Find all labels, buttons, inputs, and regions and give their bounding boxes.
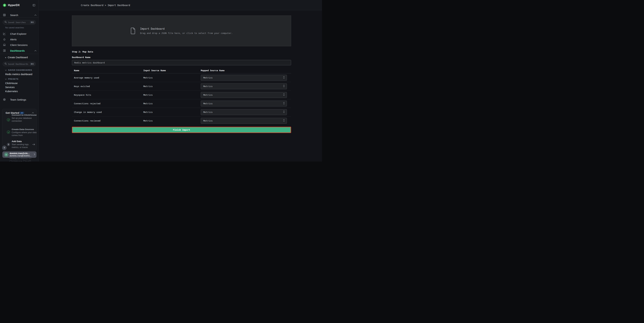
saved-dashboards-section-header[interactable]: SAVED DASHBOARDS [5, 69, 32, 71]
table-row: Connections recievedMetricsMetrics [72, 116, 291, 125]
saved-dashboards-input[interactable]: Saved Dashboards ⌘K [3, 62, 36, 66]
check-circle-icon [7, 118, 10, 121]
sidebar-section-search[interactable]: Search [3, 14, 36, 16]
journal-icon [3, 14, 6, 16]
table-header-row: Name Input Source Name Mapped Source Nam… [72, 68, 291, 73]
shortcut-badge: ⌘K [30, 63, 34, 65]
cell-input-source: Metrics [143, 76, 201, 79]
select-chevrons-icon [283, 93, 285, 96]
dropzone-subtitle: Drag and drop a JSON file here, or click… [140, 32, 233, 34]
cell-name: Keyspace hits [72, 94, 143, 96]
sidebar-item-team-settings[interactable]: Team Settings [3, 98, 36, 101]
table-row: Change in memory usedMetricsMetrics [72, 108, 291, 116]
dropzone-text: Import Dashboard Drag and drop a JSON fi… [140, 27, 233, 34]
nav-label-active: Dashboards [10, 49, 25, 52]
column-header-name: Name [72, 69, 143, 72]
section-header-label: SAVED DASHBOARDS [8, 69, 32, 71]
cell-input-source: Metrics [143, 102, 201, 105]
table-body: Average memory usedMetricsMetricsKeys ev… [72, 73, 291, 125]
help-button[interactable]: ? [2, 145, 6, 150]
source-mapping-table: Name Input Source Name Mapped Source Nam… [72, 68, 291, 125]
mapped-source-select[interactable]: Metrics [201, 101, 287, 106]
dropzone-title: Import Dashboard [140, 27, 233, 30]
shortcut-badge: ⌘K [30, 21, 34, 24]
mapped-source-value: Metrics [203, 102, 212, 105]
dashboard-name-input[interactable]: Redis metrics dashboard [72, 60, 291, 65]
collapse-sidebar-icon[interactable] [32, 4, 35, 6]
divider [0, 17, 39, 18]
mapped-source-select[interactable]: Metrics [201, 75, 287, 81]
finish-import-button[interactable]: Finish Import [72, 127, 291, 133]
cell-name: Connections rejected [72, 102, 143, 105]
mapped-source-select[interactable]: Metrics [201, 83, 287, 89]
select-chevrons-icon [283, 85, 285, 88]
arrow-right-icon[interactable] [32, 143, 35, 146]
logo-link[interactable]: HyperDX [3, 3, 20, 7]
preset-item[interactable]: Services [5, 86, 15, 89]
nav-label: Alerts [10, 38, 16, 41]
plus-icon: + [5, 56, 6, 59]
cell-name: Average memory used [72, 76, 143, 79]
mapped-source-select[interactable]: Metrics [201, 92, 287, 98]
laptop-icon [3, 43, 6, 46]
step-label: Step 2: Map Data [72, 50, 93, 53]
sidebar: HyperDX Search Saved Searches ⌘K No save… [0, 0, 39, 161]
chevron-down-icon [5, 78, 7, 80]
column-header-mapped-source: Mapped Source Name [201, 69, 291, 72]
saved-searches-input[interactable]: Saved Searches ⌘K [3, 20, 36, 24]
get-started-item-desc: Set up your database connection [12, 117, 37, 122]
promo-text-line2: ClickHouse Cloud? [10, 160, 31, 161]
file-icon [130, 27, 136, 34]
dashboard-icon [3, 49, 6, 52]
divider [0, 54, 39, 54]
chevron-up-icon [34, 50, 36, 51]
get-started-item-title: Connect to ClickHouse [12, 114, 37, 116]
sidebar-item-alerts[interactable]: Alerts [3, 38, 36, 41]
user-menu[interactable]: D dominic.tran@clic... dominic.tran@clic… [2, 151, 36, 158]
cell-input-source: Metrics [143, 119, 201, 122]
mapped-source-value: Metrics [203, 94, 212, 96]
get-started-item-sources[interactable]: Create Data Sources Configure where your… [12, 128, 37, 137]
mapped-source-select[interactable]: Metrics [201, 118, 287, 124]
nav-label: Client Sessions [10, 43, 28, 46]
column-header-input-source: Input Source Name [143, 69, 201, 72]
get-started-card: Get Started 2/3 Connect to ClickHouse Se… [2, 109, 36, 151]
no-saved-searches-text: No saved searches [5, 26, 24, 29]
sidebar-item-dashboards[interactable]: Dashboards [3, 49, 36, 52]
get-started-item-add-data[interactable]: Add Data Start sending logs, metrics, or… [12, 140, 34, 149]
select-chevrons-icon [283, 102, 285, 105]
table-row: Keyspace hitsMetricsMetrics [72, 91, 291, 99]
cell-name: Change in memory used [72, 111, 143, 113]
saved-dashboard-item[interactable]: Redis metrics dashboard [5, 73, 32, 76]
mapped-source-value: Metrics [203, 119, 212, 122]
get-started-item-connect[interactable]: Connect to ClickHouse Set up your databa… [12, 114, 37, 122]
presets-section-header[interactable]: PRESETS [5, 78, 18, 80]
saved-dashboards-placeholder: Saved Dashboards [8, 63, 30, 65]
mapped-source-select[interactable]: Metrics [201, 109, 287, 115]
chart-icon [3, 32, 6, 35]
cell-name: Keys evicted [72, 85, 143, 88]
preset-item[interactable]: ClickHouse [5, 82, 18, 84]
import-dropzone[interactable]: Import Dashboard Drag and drop a JSON fi… [72, 15, 291, 46]
get-started-item-desc: Start sending logs, metrics, or traces [12, 143, 34, 149]
select-chevrons-icon [283, 76, 285, 79]
check-circle-icon [7, 131, 10, 134]
bell-icon [3, 38, 6, 41]
table-row: Average memory usedMetricsMetrics [72, 73, 291, 82]
chevron-up-icon[interactable] [32, 112, 34, 113]
preset-item[interactable]: Kubernetes [5, 90, 18, 93]
cell-input-source: Metrics [143, 94, 201, 96]
search-icon [4, 62, 7, 65]
create-dashboard-button[interactable]: + Create Dashboard [5, 56, 28, 59]
sidebar-item-chart-explorer[interactable]: Chart Explorer [3, 32, 36, 35]
cell-input-source: Metrics [143, 85, 201, 88]
saved-searches-placeholder: Saved Searches [8, 21, 30, 24]
app-window: HyperDX Search Saved Searches ⌘K No save… [0, 0, 322, 161]
sidebar-item-client-sessions[interactable]: Client Sessions [3, 43, 36, 46]
chevron-right-icon [34, 153, 35, 156]
user-name: dominic.tran@clic... [10, 152, 34, 155]
gear-icon [3, 98, 6, 101]
cell-input-source: Metrics [143, 111, 201, 113]
select-chevrons-icon [283, 119, 285, 122]
mapped-source-value: Metrics [203, 85, 212, 88]
